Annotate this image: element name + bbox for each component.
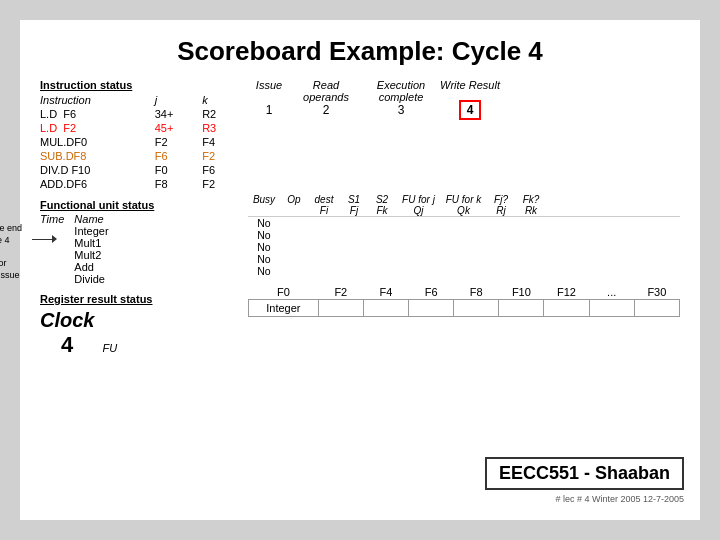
j-cell: F0 xyxy=(155,163,202,177)
instruction-table: Instruction j k L.D F6 34+ R2 L.D F2 45+… xyxy=(40,93,240,191)
table-row: L.D F2 45+ R3 xyxy=(40,121,240,135)
clock-value: 4 xyxy=(40,332,94,358)
reg-val-f8 xyxy=(454,300,499,317)
phase-row-2 xyxy=(248,118,680,132)
register-result-section: Register result status Clock 4 FU xyxy=(40,293,240,358)
fu-right-headers: Busy Op destFi S1Fj S2Fk FU for jQj FU f… xyxy=(248,194,680,217)
reg-f8: F8 xyxy=(454,285,499,300)
rk-val xyxy=(516,217,546,229)
register-table: F0 F2 F4 F6 F8 F10 F12 ... F30 Integer xyxy=(248,285,680,317)
fu-j-header: FU for jQj xyxy=(396,194,441,216)
reg-f12: F12 xyxy=(544,285,589,300)
table-row: DIV.D F10 F0 F6 xyxy=(40,163,240,177)
register-result-title: Register result status xyxy=(40,293,240,305)
annotation-text: Actually free endof this cycle 4(availab… xyxy=(0,223,37,293)
instr-cell: DIV.D F10 xyxy=(40,163,155,177)
table-row: L.D F6 34+ R2 xyxy=(40,107,240,121)
fk-header: Fk?Rk xyxy=(516,194,546,216)
reg-val-dots xyxy=(589,300,634,317)
instr-cell: L.D F6 xyxy=(40,107,155,121)
write-val: 4 xyxy=(440,103,500,117)
fu-name: Integer xyxy=(74,225,108,237)
op-val xyxy=(280,217,308,229)
phase-row-1: 1 2 3 4 xyxy=(248,103,680,117)
time-val xyxy=(40,261,64,273)
reg-val-f6 xyxy=(409,300,454,317)
k-cell: F6 xyxy=(202,163,240,177)
fu-name: Divide xyxy=(74,273,108,285)
reg-f6: F6 xyxy=(409,285,454,300)
qj-val xyxy=(396,217,441,229)
rj-val xyxy=(486,217,516,229)
busy-val: No xyxy=(248,241,280,253)
busy-val: No xyxy=(248,265,280,277)
k-cell: F2 xyxy=(202,177,240,191)
instruction-status-title: Instruction status xyxy=(40,79,240,91)
issue-val: 1 xyxy=(248,103,290,117)
fu-row-divide: No xyxy=(248,265,680,277)
s2-header: S2Fk xyxy=(368,194,396,216)
fu-name: Mult2 xyxy=(74,249,108,261)
phase-row-5 xyxy=(248,160,680,174)
slide: Scoreboard Example: Cycle 4 Instruction … xyxy=(20,20,700,520)
col-k: k xyxy=(202,93,240,107)
bottom-sub: # lec # 4 Winter 2005 12-7-2005 xyxy=(555,494,684,504)
time-header: Time xyxy=(40,213,64,225)
annotation-area: Actually free endof this cycle 4(availab… xyxy=(0,223,37,293)
highlighted-write: 4 xyxy=(459,100,482,120)
k-cell: F4 xyxy=(202,135,240,149)
phase-row-4 xyxy=(248,146,680,160)
table-row: SUB.DF8 F6 F2 xyxy=(40,149,240,163)
col-instr: Instruction xyxy=(40,93,155,107)
fu-name: Add xyxy=(74,261,108,273)
busy-val: No xyxy=(248,253,280,265)
instr-cell: L.D F2 xyxy=(40,121,155,135)
qk-val xyxy=(441,217,486,229)
table-row: MUL.DF0 F2 F4 xyxy=(40,135,240,149)
fj-header: Fj?Rj xyxy=(486,194,516,216)
fu-row-mult1: No xyxy=(248,229,680,241)
s1-header: S1Fj xyxy=(340,194,368,216)
instr-cell: MUL.DF0 xyxy=(40,135,155,149)
register-result-table-area: F0 F2 F4 F6 F8 F10 F12 ... F30 Integer xyxy=(248,285,680,317)
dest-fi-header: destFi xyxy=(308,194,340,216)
reg-val-f30 xyxy=(634,300,679,317)
fu-right-section: Busy Op destFi S1Fj S2Fk FU for jQj FU f… xyxy=(248,194,680,277)
reg-f10: F10 xyxy=(499,285,544,300)
reg-f30: F30 xyxy=(634,285,679,300)
bottom-banner: EECC551 - Shaaban xyxy=(485,457,684,490)
exec-header: Execution complete xyxy=(362,79,440,103)
col-j: j xyxy=(155,93,202,107)
reg-header-row: F0 F2 F4 F6 F8 F10 F12 ... F30 xyxy=(249,285,680,300)
table-row: ADD.DF6 F8 F2 xyxy=(40,177,240,191)
reg-value-row: Integer xyxy=(249,300,680,317)
fi-val xyxy=(308,217,340,229)
time-col: Time xyxy=(40,213,64,285)
busy-val: No xyxy=(248,229,280,241)
functional-unit-title: Functional unit status xyxy=(40,199,240,211)
fu-row-add: No xyxy=(248,253,680,265)
k-cell: R3 xyxy=(202,121,240,135)
j-cell: F8 xyxy=(155,177,202,191)
fk-val xyxy=(368,217,396,229)
exec-val: 3 xyxy=(362,103,440,117)
reg-val-f2 xyxy=(318,300,363,317)
reg-f0: F0 xyxy=(249,285,319,300)
reg-f2: F2 xyxy=(318,285,363,300)
j-cell: 45+ xyxy=(155,121,202,135)
fu-name: Mult1 xyxy=(74,237,108,249)
j-cell: F6 xyxy=(155,149,202,163)
name-header: Name xyxy=(74,213,108,225)
clock-block: Clock 4 xyxy=(40,309,94,358)
issue-header: Issue xyxy=(248,79,290,103)
k-cell: F2 xyxy=(202,149,240,163)
reg-val-f12 xyxy=(544,300,589,317)
left-panel: Instruction status Instruction j k L.D F… xyxy=(40,79,240,358)
name-col: Name Integer Mult1 Mult2 Add Divide xyxy=(74,213,108,285)
op-header: Op xyxy=(280,194,308,216)
j-cell: F2 xyxy=(155,135,202,149)
fu-label-reg: FU xyxy=(102,342,117,354)
table-header-row: Instruction j k xyxy=(40,93,240,107)
busy-val: No xyxy=(248,217,280,229)
read-header: Read operands xyxy=(290,79,362,103)
